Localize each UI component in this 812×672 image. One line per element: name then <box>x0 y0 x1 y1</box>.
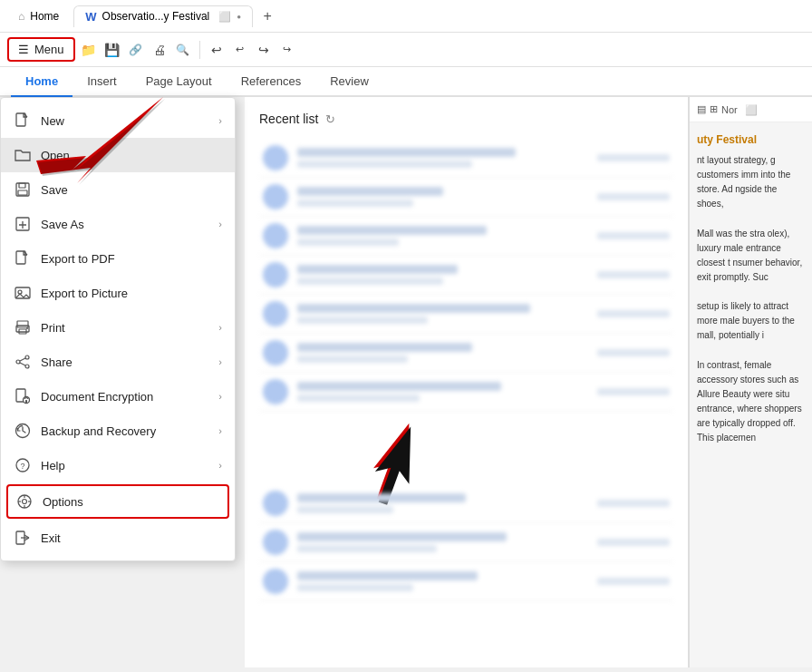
festival-title: uty Festival <box>697 131 805 148</box>
doc-tab-label: Observatio...y Festival <box>102 10 210 23</box>
ruler-icon[interactable]: ▤ <box>697 103 706 115</box>
recent-icon-5 <box>263 301 288 326</box>
export-pdf-label: Export to PDF <box>41 252 222 266</box>
share-icon <box>14 353 32 371</box>
recent-date-6 <box>597 349 670 356</box>
doc-encryption-arrow-icon: › <box>218 391 222 402</box>
tab-nav-page-layout[interactable]: Page Layout <box>131 67 227 97</box>
svg-point-15 <box>16 360 20 364</box>
tab-nav-review[interactable]: Review <box>315 67 383 97</box>
undo2-icon[interactable]: ↩ <box>230 40 250 60</box>
menu-item-export-picture[interactable]: Export to Picture <box>1 276 235 310</box>
svg-point-26 <box>23 500 27 504</box>
menu-item-options[interactable]: Options <box>6 484 229 519</box>
undo-icon[interactable]: ↩ <box>207 40 227 60</box>
tab-nav-home[interactable]: Home <box>11 67 72 97</box>
doc-label: Nor <box>721 104 738 115</box>
zoom-icon[interactable]: 🔍 <box>173 40 193 60</box>
home-tab-icon: ⌂ <box>18 10 24 23</box>
refresh-icon[interactable]: ↻ <box>325 112 335 126</box>
backup-icon <box>14 422 32 440</box>
recent-item-8[interactable] <box>259 484 673 523</box>
help-icon: ? <box>14 456 32 474</box>
recent-icon-8 <box>263 491 288 516</box>
save-as-arrow-icon: › <box>218 219 222 229</box>
recent-item-6[interactable] <box>259 334 673 373</box>
menu-item-save-as[interactable]: Save As › <box>1 207 235 241</box>
svg-rect-10 <box>17 321 28 327</box>
save-as-label: Save As <box>41 218 209 231</box>
svg-text:?: ? <box>20 462 24 471</box>
doc-encryption-icon <box>14 387 32 405</box>
tab-nav-references[interactable]: References <box>227 67 315 97</box>
recent-icon-6 <box>263 340 288 365</box>
recent-date-4 <box>597 271 670 278</box>
tab-document[interactable]: W Observatio...y Festival ⬜ ● <box>73 5 253 27</box>
doc-text-area: uty Festival nt layout strategy, g custo… <box>690 122 812 454</box>
redo2-icon[interactable]: ↪ <box>277 40 297 60</box>
recent-text-10 <box>297 571 588 591</box>
recent-date-2 <box>597 193 670 200</box>
recent-item-2[interactable] <box>259 178 673 217</box>
print-menu-icon <box>14 318 32 336</box>
print-label: Print <box>41 321 209 335</box>
recent-item-9[interactable] <box>259 523 673 562</box>
recent-icon-2 <box>263 184 288 209</box>
print-icon[interactable]: 🖨 <box>150 40 169 60</box>
recent-item-5[interactable] <box>259 295 673 334</box>
recent-text-3 <box>297 226 588 246</box>
link-icon[interactable]: 🔗 <box>126 40 146 60</box>
recent-date-1 <box>597 154 670 161</box>
menu-item-open[interactable]: Open <box>1 138 235 172</box>
menu-item-share[interactable]: Share › <box>1 345 235 379</box>
menu-item-exit[interactable]: Exit <box>1 521 235 555</box>
menu-button[interactable]: ☰ Menu <box>7 37 75 62</box>
svg-point-14 <box>25 355 29 359</box>
menu-item-doc-encryption[interactable]: Document Encryption › <box>1 379 235 414</box>
share-label: Share <box>41 355 209 369</box>
save-icon[interactable]: 💾 <box>102 40 122 60</box>
tab-home[interactable]: ⌂ Home <box>7 6 70 26</box>
toolbar-separator-1 <box>199 41 200 59</box>
doc-body-text-1: nt layout strategy, g customers imm into… <box>697 153 805 211</box>
recent-date-7 <box>597 388 670 395</box>
doc-toolbar: ▤ ⊞ Nor ⬜ <box>690 97 812 122</box>
svg-line-17 <box>20 358 25 361</box>
doc-body-text-2: Mall was the stra olex), luxury male ent… <box>697 227 805 285</box>
menu-item-help[interactable]: ? Help › <box>1 448 235 482</box>
grid-icon[interactable]: ⊞ <box>710 103 718 115</box>
layout-icon[interactable]: ⬜ <box>745 104 758 116</box>
recent-list-label: Recent list <box>259 112 318 126</box>
tab-nav-insert[interactable]: Insert <box>72 67 131 97</box>
recent-item-4[interactable] <box>259 256 673 295</box>
redo-icon[interactable]: ↪ <box>254 40 274 60</box>
word-icon: W <box>85 10 96 24</box>
menu-item-backup[interactable]: Backup and Recovery › <box>1 414 235 448</box>
recent-item-10[interactable] <box>259 562 673 601</box>
menu-item-save[interactable]: Save <box>1 172 235 207</box>
tab-close-icon[interactable]: ⬜ <box>218 11 231 23</box>
export-pdf-icon <box>14 249 32 268</box>
menu-item-print[interactable]: Print › <box>1 310 235 345</box>
save-menu-icon <box>14 180 32 199</box>
backup-arrow-icon: › <box>218 425 222 436</box>
recent-icon-4 <box>263 262 288 287</box>
recent-date-8 <box>597 500 670 507</box>
recent-item-3[interactable] <box>259 217 673 256</box>
svg-rect-3 <box>19 183 25 188</box>
svg-rect-21 <box>25 400 27 403</box>
document-panel: ▤ ⊞ Nor ⬜ uty Festival nt layout strateg… <box>689 97 812 667</box>
recent-text-4 <box>297 265 588 285</box>
recent-item-1[interactable] <box>259 139 673 178</box>
save-label: Save <box>41 183 222 197</box>
folder-icon[interactable]: 📁 <box>79 40 99 60</box>
svg-rect-4 <box>18 190 27 195</box>
export-picture-label: Export to Picture <box>41 287 222 300</box>
menu-item-new[interactable]: New › <box>1 103 235 138</box>
new-tab-button[interactable]: + <box>256 5 278 27</box>
toolbar: ☰ Menu 📁 💾 🔗 🖨 🔍 ↩ ↩ ↪ ↪ <box>0 33 812 67</box>
menu-item-export-pdf[interactable]: Export to PDF <box>1 241 235 276</box>
recent-item-7[interactable] <box>259 373 673 412</box>
nav-tabs: Home Insert Page Layout References Revie… <box>0 67 812 97</box>
svg-line-18 <box>20 363 25 365</box>
